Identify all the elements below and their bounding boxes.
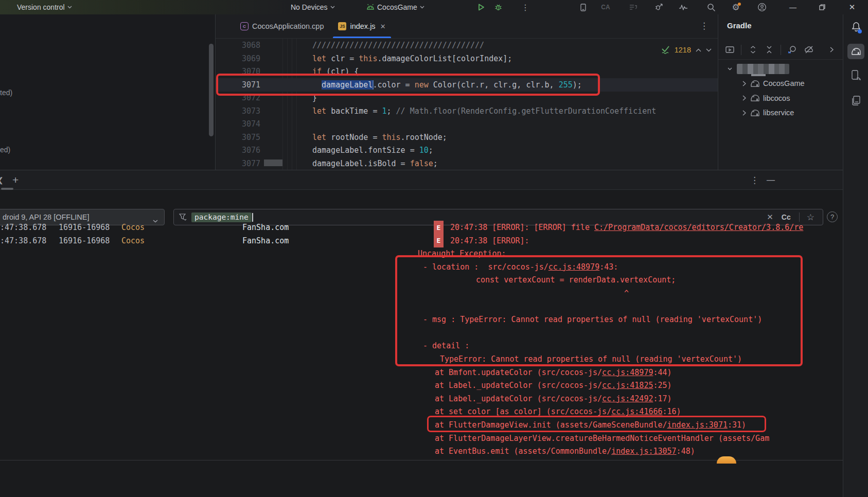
- code-area[interactable]: 3068////////////////////////////////////…: [216, 14, 718, 170]
- log-source-link[interactable]: cc.js:48979: [602, 368, 653, 377]
- inspections-widget[interactable]: 1218: [661, 44, 712, 56]
- code-analysis-icon: CA: [599, 1, 612, 14]
- log-error-line: TypeError: Cannot read properties of nul…: [440, 352, 742, 366]
- code-editor: C CocosApplication.cpp JS index.js ✕ ⋮ 3…: [215, 14, 718, 170]
- analyze-dependencies-icon[interactable]: [787, 45, 798, 55]
- collapse-all-icon[interactable]: [764, 45, 774, 55]
- sync-gradle-icon[interactable]: [724, 45, 735, 55]
- log-area[interactable]: :47:38.67816916-16968CocosFanSha.comE20:…: [0, 170, 843, 497]
- log-message: FanSha.com: [242, 234, 289, 247]
- log-source-link[interactable]: cc.js:42492: [602, 394, 653, 403]
- code-line-3068[interactable]: 3068////////////////////////////////////…: [216, 39, 718, 52]
- offline-mode-icon[interactable]: [804, 45, 814, 55]
- gradle-node-libservice[interactable]: libservice: [718, 105, 843, 120]
- debug-button[interactable]: [491, 1, 505, 14]
- code-text: let rootNode = this.rootNode;: [312, 131, 447, 144]
- notification-dot: [858, 29, 862, 33]
- gradle-root-node[interactable]: [718, 62, 843, 76]
- gradle-elephant-icon: [851, 47, 861, 56]
- log-source-link[interactable]: cc.js:48979: [548, 262, 599, 272]
- log-source-link[interactable]: index.js:3071: [667, 420, 728, 430]
- run-configuration[interactable]: CocosGame: [366, 0, 424, 14]
- run-button[interactable]: [474, 1, 488, 14]
- log-error-line: - detail :: [423, 339, 469, 352]
- running-devices-tool-icon[interactable]: [843, 96, 868, 106]
- code-line-3074[interactable]: 3074: [216, 117, 718, 131]
- log-error-line: at Bmfont.updateColor (src/cocos-js/cc.j…: [435, 366, 672, 379]
- search-everywhere-icon[interactable]: [704, 1, 718, 14]
- titlebar: Version control No Devices CocosGame ⋮ C…: [0, 0, 868, 14]
- chevron-right-icon[interactable]: [740, 95, 748, 101]
- left-panel-region: ted) ed): [0, 14, 215, 170]
- log-source-link[interactable]: cc.js:41666: [611, 407, 662, 416]
- prev-issue-icon[interactable]: [696, 48, 701, 52]
- code-text: /////////////////////////////////////: [312, 39, 484, 52]
- gradle-elephant-icon: [750, 80, 760, 87]
- chevron-down-icon[interactable]: [725, 67, 734, 70]
- window-close-button[interactable]: ✕: [844, 1, 860, 14]
- gradle-elephant-icon: [750, 109, 760, 117]
- code-line-3072[interactable]: 3072}: [216, 91, 718, 104]
- gradle-node-libcocos[interactable]: libcocos: [718, 91, 843, 105]
- next-issue-icon[interactable]: [706, 48, 712, 52]
- version-control-menu[interactable]: Version control: [17, 0, 72, 14]
- log-error-line: at Label._updateColor (src/cocos-js/cc.j…: [435, 392, 672, 405]
- account-avatar-icon[interactable]: [755, 1, 769, 14]
- code-line-3071[interactable]: 3071 damageLabel.color = new Color(clr.r…: [216, 78, 718, 92]
- gutter-change-marker: [264, 159, 282, 166]
- log-error-line: const vertexCount = renderData.vertexCou…: [476, 273, 676, 287]
- window-restore-button[interactable]: [814, 1, 830, 14]
- bug-icon: [494, 4, 502, 11]
- todo-list-icon: [627, 1, 640, 14]
- code-line-3073[interactable]: 3073let backTime = 1; // Math.floor(Rend…: [216, 104, 718, 118]
- code-line-3070[interactable]: 3070if (clr) {: [216, 65, 718, 78]
- code-line-3076[interactable]: 3076damageLabel.fontSize = 10;: [216, 144, 718, 157]
- device-selector-label: No Devices: [291, 3, 328, 11]
- code-line-3069[interactable]: 3069let clr = this.damageColorList[color…: [216, 52, 718, 65]
- toolbar-more-chevron-icon[interactable]: [826, 45, 837, 55]
- log-timestamp: 16916-16968: [59, 221, 110, 234]
- log-error-line: - location : src/cocos-js/cc.js:48979:43…: [423, 260, 618, 274]
- settings-gear-icon[interactable]: ⚙: [729, 1, 742, 14]
- code-line-3075[interactable]: 3075let rootNode = this.rootNode;: [216, 131, 718, 144]
- device-manager-icon[interactable]: [576, 1, 590, 14]
- chevron-down-icon: [67, 6, 72, 9]
- clipped-text-bottom: ed): [0, 146, 10, 154]
- log-level-badge-error: E: [434, 221, 444, 234]
- left-scrollbar-thumb[interactable]: [209, 44, 214, 136]
- log-error-line: - msg : TypeError: Cannot read propertie…: [423, 313, 762, 326]
- gradle-panel: Gradle CocosGamelibcocoslibser: [718, 14, 843, 170]
- attach-debugger-icon[interactable]: [652, 1, 665, 14]
- more-actions-kebab[interactable]: ⋮: [519, 1, 532, 14]
- line-number: 3075: [236, 131, 260, 144]
- code-line-3077[interactable]: 3077damageLabel.isBold = false;: [216, 157, 718, 170]
- expand-all-icon[interactable]: [748, 45, 758, 55]
- log-error-line: ^: [624, 287, 629, 300]
- code-text: damageLabel.fontSize = 10;: [312, 144, 433, 157]
- gradle-tool-button[interactable]: [847, 44, 864, 59]
- log-timestamp: 16916-16968: [59, 234, 110, 247]
- code-text: damageLabel.isBold = false;: [312, 157, 438, 170]
- version-control-label: Version control: [17, 3, 65, 11]
- log-error-line: Uncaught Exception:: [418, 247, 506, 260]
- log-source-link[interactable]: cc.js:41825: [602, 381, 653, 390]
- line-number: 3077: [236, 157, 260, 170]
- code-text: let backTime = 1; // Math.floor(RenderCo…: [312, 104, 656, 118]
- code-text: if (clr) {: [312, 65, 359, 78]
- code-text: let clr = this.damageColorList[colorInde…: [312, 52, 512, 65]
- window-minimize-button[interactable]: —: [785, 1, 801, 14]
- notifications-bell-icon[interactable]: [843, 22, 868, 32]
- profiler-icon[interactable]: [677, 1, 690, 14]
- logcat-panel: ❮ + ⋮ — droid 9, API 28 [OFFLINE] packag…: [0, 170, 843, 497]
- log-source-link[interactable]: index.js:13057: [611, 447, 676, 456]
- log-tag: Cocos: [121, 234, 145, 247]
- log-error-line: at FlutterDamageView.init (assets/GameSc…: [435, 418, 746, 432]
- chevron-right-icon[interactable]: [740, 81, 748, 86]
- device-manager-tool-icon[interactable]: [843, 70, 868, 81]
- inspection-count: 1218: [675, 46, 691, 54]
- chevron-right-icon[interactable]: [740, 110, 748, 116]
- gradle-node-cocosgame[interactable]: CocosGame: [718, 76, 843, 91]
- device-selector[interactable]: No Devices: [291, 0, 335, 14]
- log-source-link[interactable]: C:/ProgramData/cocos/editors/Creator/3.8…: [594, 223, 803, 232]
- chevron-down-icon: [420, 6, 424, 9]
